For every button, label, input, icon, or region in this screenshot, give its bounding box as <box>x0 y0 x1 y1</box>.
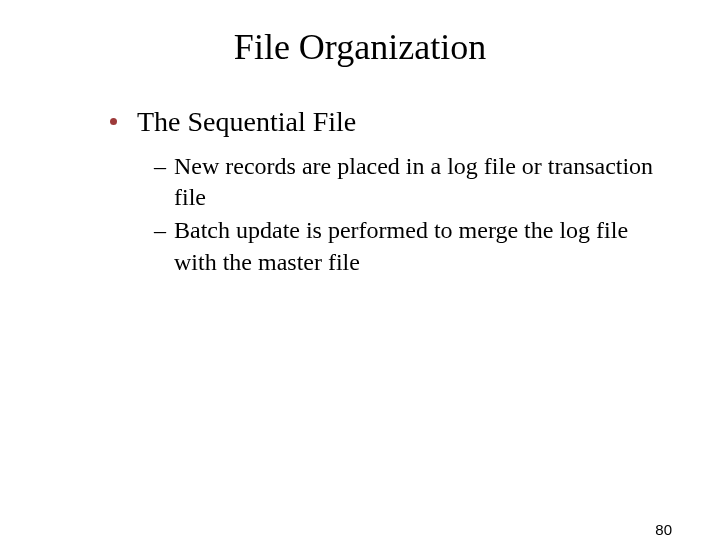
slide: File Organization The Sequential File – … <box>0 26 720 540</box>
sub-item: – Batch update is performed to merge the… <box>154 215 660 277</box>
content-area: The Sequential File – New records are pl… <box>110 104 660 278</box>
slide-title: File Organization <box>0 26 720 68</box>
page-number: 80 <box>655 521 672 538</box>
sub-item: – New records are placed in a log file o… <box>154 151 660 213</box>
sub-text: New records are placed in a log file or … <box>174 151 660 213</box>
bullet-icon <box>110 118 117 125</box>
bullet-item: The Sequential File <box>110 104 660 139</box>
bullet-text: The Sequential File <box>137 104 356 139</box>
dash-icon: – <box>154 215 166 246</box>
sub-list: – New records are placed in a log file o… <box>154 151 660 278</box>
sub-text: Batch update is performed to merge the l… <box>174 215 660 277</box>
dash-icon: – <box>154 151 166 182</box>
